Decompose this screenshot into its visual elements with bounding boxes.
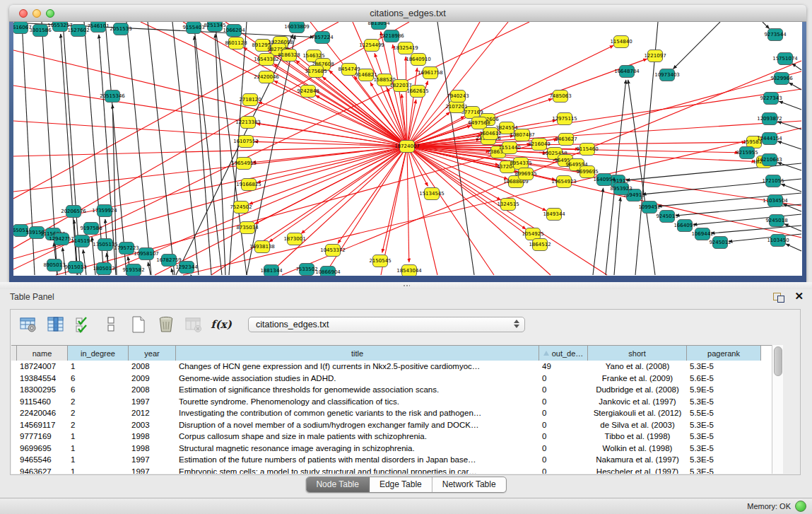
graph-node[interactable]: 15751074 [772, 53, 798, 65]
table-cell[interactable]: 5.3E-5 [687, 362, 761, 370]
table-cell[interactable]: 18724007 [17, 362, 68, 370]
graph-edge[interactable] [215, 22, 247, 275]
table-cell[interactable]: 2008 [129, 362, 176, 370]
graph-edge[interactable] [249, 146, 407, 204]
graph-node[interactable]: 18640910 [406, 54, 431, 66]
graph-edge[interactable] [777, 122, 801, 129]
table-cell[interactable]: Stergiakouli et al. (2012) [588, 409, 687, 417]
graph-node[interactable]: 1154840 [610, 36, 632, 48]
graph-edge[interactable] [779, 101, 801, 110]
table-cell[interactable]: Changes of HCN gene expression and I(f) … [176, 362, 539, 370]
panel-split-divider[interactable] [0, 282, 812, 289]
table-cell[interactable]: 22420046 [17, 409, 68, 417]
graph-node[interactable]: 20206576 [61, 206, 86, 218]
graph-node[interactable]: 1881344 [260, 265, 283, 276]
graph-node[interactable]: 9245018 [765, 215, 787, 227]
table-cell[interactable]: 5.3E-5 [687, 444, 761, 452]
graph-node[interactable]: 9197588 [80, 223, 102, 235]
table-row[interactable]: 1938455462009Genome-wide association stu… [11, 373, 772, 385]
table-cell[interactable]: 9463627 [17, 467, 68, 474]
table-cell[interactable]: 2 [68, 421, 129, 429]
column-header-title[interactable]: title [176, 346, 539, 361]
table-cell[interactable]: Nakamura et al. (1997) [588, 455, 687, 464]
graph-node[interactable]: 1066204 [223, 25, 245, 37]
unselect-all-icon[interactable] [100, 314, 122, 335]
graph-edge[interactable] [315, 95, 407, 146]
table-row[interactable]: 946362711997Embryonic stem cells: a mode… [11, 466, 772, 474]
table-row[interactable]: 1872400712008Changes of HCN gene express… [11, 361, 772, 373]
table-cell[interactable]: Estimation of significance thresholds fo… [176, 385, 539, 394]
graph-edge[interactable] [784, 224, 801, 231]
table-cell[interactable]: 2 [68, 409, 129, 417]
table-cell[interactable]: 6 [68, 374, 129, 382]
table-row[interactable]: 969969511998Structural magnetic resonanc… [11, 443, 772, 455]
graph-node[interactable]: 1103450 [767, 235, 789, 247]
graph-node[interactable]: 1221097 [644, 50, 666, 62]
graph-node[interactable]: 2051533 [110, 23, 131, 35]
graph-node[interactable]: 10453372 [320, 245, 346, 257]
graph-node[interactable]: 2150545 [369, 255, 391, 267]
graph-node[interactable]: 9273544 [764, 29, 787, 41]
table-cell[interactable]: 5.3E-5 [687, 467, 761, 474]
new-table-icon[interactable] [128, 314, 149, 335]
table-cell[interactable]: de Silva et al. (2003) [588, 421, 687, 429]
table-cell[interactable]: 9777169 [17, 432, 68, 440]
table-cell[interactable]: 1997 [129, 467, 176, 474]
table-cell[interactable]: 14569117 [17, 421, 68, 429]
graph-node[interactable]: 11254499 [359, 40, 384, 52]
network-graph-canvas[interactable]: 1872400786011288912955182260589827508818… [13, 22, 802, 276]
table-cell[interactable]: Tibbo et al. (1998) [588, 432, 687, 440]
graph-edge[interactable] [407, 146, 409, 262]
graph-node[interactable]: 16107552 [233, 136, 259, 148]
table-cell[interactable]: 1997 [129, 455, 176, 464]
graph-edge[interactable] [729, 234, 801, 242]
graph-node[interactable]: 10973403 [654, 69, 680, 81]
table-cell[interactable]: 5.3E-5 [687, 455, 761, 464]
table-cell[interactable]: 1 [68, 444, 129, 452]
graph-edge[interactable] [194, 22, 222, 275]
graph-node[interactable]: 8215955 [736, 147, 758, 159]
graph-edge[interactable] [673, 22, 720, 69]
table-cell[interactable]: 0 [539, 409, 588, 417]
graph-edge[interactable] [56, 71, 801, 275]
table-cell[interactable]: Corpus callosum shape and size in male p… [176, 432, 539, 440]
column-header-name[interactable]: name [17, 346, 68, 361]
graph-edge[interactable] [83, 250, 86, 275]
table-cell[interactable]: 18300295 [17, 385, 68, 394]
column-header-short[interactable]: short [588, 346, 687, 361]
table-cell[interactable]: Wolkin et al. (1998) [588, 444, 687, 452]
table-cell[interactable]: 9115460 [17, 397, 68, 406]
table-cell[interactable]: 5.3E-5 [687, 421, 761, 429]
graph-node[interactable]: 9227343 [760, 93, 782, 105]
graph-edge[interactable] [382, 146, 407, 252]
graph-node[interactable]: 12093872 [757, 113, 782, 125]
graph-edge[interactable] [407, 146, 494, 275]
table-cell[interactable]: Estimation of the future numbers of pati… [176, 455, 539, 464]
float-panel-icon[interactable] [773, 291, 784, 302]
graph-node[interactable]: 7485063 [549, 90, 571, 103]
table-cell[interactable]: 0 [539, 421, 588, 429]
table-row[interactable]: 946554611997Estimation of the future num… [11, 454, 772, 466]
table-cell[interactable]: Hescheler et al. (1997) [588, 467, 687, 474]
graph-node[interactable]: 19654923 [551, 176, 577, 188]
graph-edge[interactable] [593, 188, 604, 275]
table-cell[interactable]: 0 [539, 455, 588, 464]
table-cell[interactable]: 9465546 [17, 455, 68, 464]
graph-node[interactable]: 1054925 [522, 228, 543, 240]
table-cell[interactable]: 2003 [129, 421, 176, 429]
table-cell[interactable]: Disruption of a novel member of a sodium… [176, 421, 539, 429]
table-row[interactable]: 977716911998Corpus callosum shape and si… [11, 431, 772, 443]
close-window-button[interactable] [19, 9, 28, 18]
table-row[interactable]: 911546021997Tourette syndrome. Phenomeno… [11, 396, 772, 408]
function-builder-icon[interactable]: f(x) [211, 314, 232, 335]
table-cell[interactable]: 1998 [129, 444, 176, 452]
graph-node[interactable]: 8813054 [367, 22, 390, 30]
zoom-window-button[interactable] [46, 9, 54, 18]
tab-node-table[interactable]: Node Table [306, 477, 370, 492]
table-cell[interactable]: 0 [539, 432, 588, 440]
memory-status-indicator[interactable] [795, 501, 806, 512]
graph-node[interactable]: 1864512 [529, 239, 551, 251]
graph-node[interactable]: 15134545 [419, 188, 445, 200]
graph-edge[interactable] [676, 204, 801, 216]
table-scrollbar-thumb[interactable] [774, 346, 782, 376]
